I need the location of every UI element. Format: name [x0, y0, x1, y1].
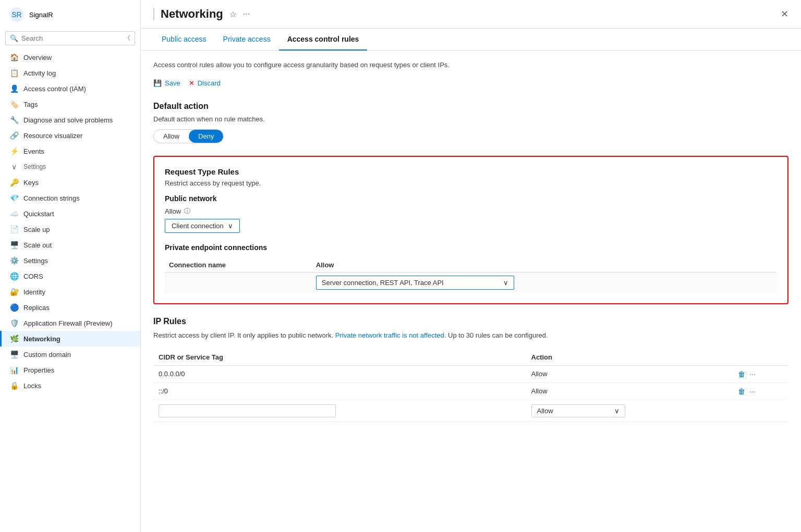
- scale-up-icon: 📄: [10, 225, 18, 233]
- sidebar-item-settings[interactable]: ⚙️ Settings: [0, 253, 140, 268]
- ip-actions-cell: 🗑 ···: [733, 365, 788, 382]
- public-network-dropdown[interactable]: Client connection ∨: [165, 219, 240, 233]
- discard-button[interactable]: ✕ Discard: [189, 77, 221, 89]
- sidebar-item-label: Resource visualizer: [23, 132, 82, 140]
- sidebar-item-scale-out[interactable]: 🖥️ Scale out: [0, 237, 140, 253]
- tab-private-access[interactable]: Private access: [215, 29, 279, 51]
- svg-text:SR: SR: [11, 10, 21, 19]
- sidebar-item-keys[interactable]: 🔑 Keys: [0, 175, 140, 190]
- sidebar-item-replicas[interactable]: 🔵 Replicas: [0, 300, 140, 315]
- sidebar-item-identity[interactable]: 🔐 Identity: [0, 284, 140, 300]
- sidebar-item-resource-visualizer[interactable]: 🔗 Resource visualizer: [0, 128, 140, 143]
- ep-col-allow: Allow: [312, 258, 777, 273]
- sidebar-item-scale-up[interactable]: 📄 Scale up: [0, 221, 140, 237]
- save-button[interactable]: 💾 Save: [153, 77, 180, 89]
- sidebar-item-overview[interactable]: 🏠 Overview: [0, 50, 140, 65]
- sidebar-item-quickstart[interactable]: ☁️ Quickstart: [0, 206, 140, 221]
- ep-allow-cell: Server connection, REST API, Trace API ∨: [312, 273, 777, 293]
- app-logo: SR SignalR: [0, 0, 140, 29]
- sidebar-item-access-control[interactable]: 👤 Access control (IAM): [0, 81, 140, 96]
- delete-icon[interactable]: 🗑: [738, 387, 745, 395]
- sidebar-item-locks[interactable]: 🔒 Locks: [0, 378, 140, 393]
- more-row-options-icon[interactable]: ···: [749, 387, 756, 395]
- sidebar-item-networking[interactable]: 🌿 Networking: [0, 331, 140, 347]
- sidebar-item-label: Replicas: [23, 304, 50, 312]
- request-type-rules-desc: Restrict access by request type.: [165, 179, 777, 187]
- diagnose-icon: 🔧: [10, 116, 18, 124]
- allow-toggle-btn[interactable]: Allow: [154, 130, 189, 143]
- sidebar-item-properties[interactable]: 📊 Properties: [0, 362, 140, 378]
- sidebar-item-label: Activity log: [23, 69, 56, 77]
- private-endpoint-title: Private endpoint connections: [165, 243, 777, 252]
- sidebar-item-label: Identity: [23, 288, 45, 296]
- ip-cidr-input[interactable]: [159, 404, 336, 417]
- sidebar-item-label: Quickstart: [23, 210, 54, 218]
- page-description: Access control rules allow you to config…: [153, 61, 788, 69]
- ep-table-row: Server connection, REST API, Trace API ∨: [165, 273, 777, 293]
- page-title: Networking: [161, 7, 223, 21]
- ip-rules-desc: Restrict access by client IP. It only ap…: [153, 330, 788, 341]
- scale-out-icon: 🖥️: [10, 241, 18, 249]
- ip-action-dropdown[interactable]: Allow ∨: [531, 404, 625, 417]
- sidebar-item-label: Connection strings: [23, 194, 80, 202]
- search-input[interactable]: [21, 34, 121, 42]
- more-row-options-icon[interactable]: ···: [749, 370, 756, 378]
- ep-connection-name-cell: [165, 273, 312, 293]
- sidebar-item-connection-strings[interactable]: 💎 Connection strings: [0, 190, 140, 206]
- private-endpoint-table: Connection name Allow Server connection,…: [165, 258, 777, 293]
- toolbar: 💾 Save ✕ Discard: [153, 77, 788, 89]
- public-network-allow-label: Allow ⓘ: [165, 207, 777, 216]
- sidebar-item-label: Networking: [23, 335, 60, 343]
- main-panel: Networking ☆ ··· ✕ Public access Private…: [141, 0, 801, 532]
- sidebar-item-label: Scale up: [23, 226, 50, 233]
- search-box[interactable]: 🔍 《: [5, 31, 135, 45]
- sidebar-item-cors[interactable]: 🌐 CORS: [0, 268, 140, 284]
- tab-public-access[interactable]: Public access: [153, 29, 215, 51]
- more-options-icon[interactable]: ···: [243, 9, 250, 19]
- sidebar-item-diagnose[interactable]: 🔧 Diagnose and solve problems: [0, 112, 140, 128]
- collapse-icon[interactable]: 《: [124, 34, 130, 43]
- header-divider: [153, 8, 154, 20]
- dropdown-arrow-icon: ∨: [228, 222, 233, 230]
- sidebar-item-tags[interactable]: 🏷️ Tags: [0, 96, 140, 112]
- sidebar-item-label: Settings: [23, 163, 46, 170]
- favorite-icon[interactable]: ☆: [229, 9, 237, 19]
- discard-icon: ✕: [189, 79, 195, 87]
- close-icon[interactable]: ✕: [781, 8, 788, 20]
- sidebar-item-label: Properties: [23, 366, 54, 374]
- sidebar-item-activity-log[interactable]: 📋 Activity log: [0, 65, 140, 81]
- info-icon[interactable]: ⓘ: [184, 207, 190, 216]
- page-header: Networking ☆ ··· ✕: [141, 0, 801, 29]
- sidebar-item-app-firewall[interactable]: 🛡️ Application Firewall (Preview): [0, 315, 140, 331]
- custom-domain-icon: 🖥️: [10, 350, 18, 358]
- tags-icon: 🏷️: [10, 100, 18, 108]
- app-name: SignalR: [29, 11, 53, 19]
- deny-toggle-btn[interactable]: Deny: [189, 130, 223, 143]
- settings-icon: ⚙️: [10, 256, 18, 265]
- default-action-title: Default action: [153, 102, 788, 111]
- resource-visualizer-icon: 🔗: [10, 131, 18, 140]
- ip-col-action: Action: [526, 349, 733, 366]
- private-network-link[interactable]: Private network traffic is not affected.: [335, 331, 446, 339]
- tab-access-control-rules[interactable]: Access control rules: [279, 29, 368, 51]
- content-body: Access control rules allow you to config…: [141, 51, 801, 432]
- sidebar-item-label: Events: [23, 147, 44, 155]
- sidebar-item-label: Locks: [23, 382, 41, 390]
- ep-allow-dropdown[interactable]: Server connection, REST API, Trace API ∨: [316, 276, 514, 290]
- action-dropdown-arrow-icon: ∨: [614, 407, 620, 415]
- ip-row-actions: 🗑 ···: [738, 387, 783, 395]
- networking-icon: 🌿: [10, 335, 18, 343]
- settings-section-header: ∨ Settings: [0, 159, 140, 175]
- ip-actions-cell: 🗑 ···: [733, 382, 788, 400]
- properties-icon: 📊: [10, 366, 18, 374]
- sidebar-item-custom-domain[interactable]: 🖥️ Custom domain: [0, 347, 140, 362]
- sidebar-item-events[interactable]: ⚡ Events: [0, 143, 140, 159]
- ep-dropdown-arrow-icon: ∨: [503, 279, 508, 287]
- delete-icon[interactable]: 🗑: [738, 370, 745, 378]
- sidebar-item-label: Tags: [23, 101, 38, 108]
- settings-collapse-icon: ∨: [10, 163, 18, 171]
- request-type-rules-title: Request Type Rules: [165, 167, 777, 176]
- ip-action-cell: Allow: [526, 382, 733, 400]
- ip-cidr-input-cell: [153, 400, 526, 422]
- ip-table-new-row: Allow ∨: [153, 400, 788, 422]
